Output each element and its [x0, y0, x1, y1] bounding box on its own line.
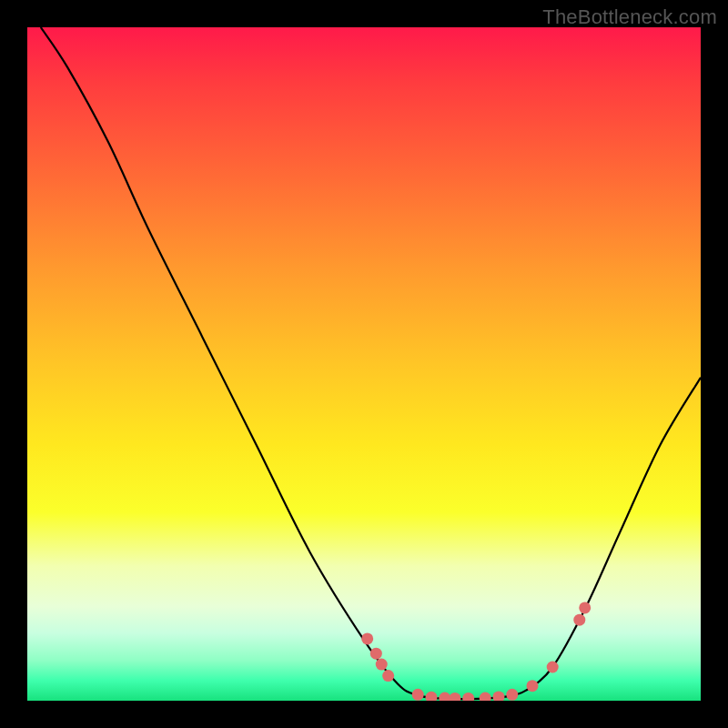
bottleneck-chart-svg — [27, 27, 701, 701]
marker-dot — [462, 693, 474, 701]
marker-dots-group — [361, 602, 591, 701]
marker-dot — [439, 693, 450, 701]
bottleneck-curve-path — [41, 27, 701, 699]
marker-dot — [493, 691, 505, 701]
marker-dot — [579, 602, 591, 613]
marker-dot — [376, 659, 388, 671]
marker-dot — [573, 614, 585, 626]
chart-plot-area — [27, 27, 701, 701]
marker-dot — [361, 632, 373, 644]
marker-dot — [370, 648, 382, 660]
marker-dot — [506, 689, 518, 701]
marker-dot — [480, 693, 491, 701]
watermark-text: TheBottleneck.com — [542, 5, 717, 29]
marker-dot — [412, 689, 424, 701]
marker-dot — [426, 692, 438, 701]
marker-dot — [449, 693, 460, 701]
marker-dot — [527, 680, 539, 692]
marker-dot — [547, 662, 559, 673]
marker-dot — [382, 670, 394, 682]
